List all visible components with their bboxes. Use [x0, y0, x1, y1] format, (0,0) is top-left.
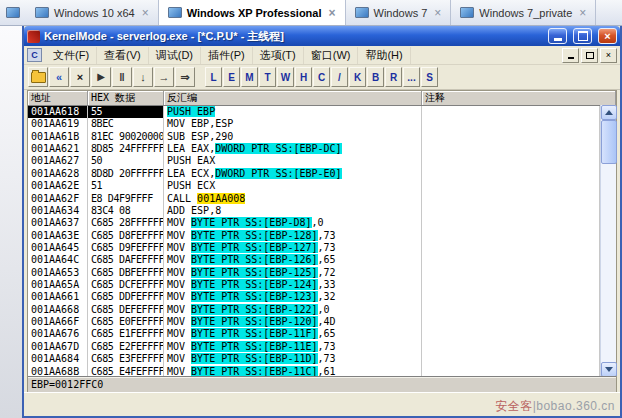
pause-button[interactable]: ‖: [112, 67, 132, 87]
hex-cell: C685 DEFEFFFF: [88, 304, 164, 316]
menu-item[interactable]: 选项(T): [253, 47, 304, 64]
window-letter-button[interactable]: H: [295, 67, 312, 87]
disasm-row[interactable]: 001AA661C685 DDFEFFFFMOV BYTE PTR SS:[EB…: [28, 291, 600, 303]
highlighted-operand: 001AA008: [197, 193, 245, 204]
fullscreen-toggle-button[interactable]: [0, 0, 26, 25]
window-letter-button[interactable]: K: [349, 67, 366, 87]
window-letter-button[interactable]: B: [367, 67, 384, 87]
menu-item[interactable]: 调试(D): [149, 47, 201, 64]
vertical-scrollbar[interactable]: [600, 105, 616, 377]
maximize-button[interactable]: [573, 28, 592, 44]
disasm-text: ,73: [318, 242, 336, 253]
disasm-row[interactable]: 001AA62E51PUSH ECX: [28, 180, 600, 192]
menu-item[interactable]: 窗口(W): [304, 47, 359, 64]
comment-cell: [422, 193, 600, 205]
column-header[interactable]: 反汇编: [164, 91, 422, 105]
highlighted-operand: BYTE PTR SS:[EBP-11E]: [191, 341, 317, 352]
window-letter-button[interactable]: C: [313, 67, 330, 87]
vm-tab[interactable]: Windows 7×: [346, 0, 452, 25]
column-header[interactable]: 地址: [28, 91, 88, 105]
tab-close-icon[interactable]: ×: [579, 7, 586, 19]
disasm-row[interactable]: 001AA63483C4 08ADD ESP,8: [28, 205, 600, 217]
window-letter-button[interactable]: M: [241, 67, 258, 87]
scroll-up-button[interactable]: [601, 105, 617, 120]
disasm-row[interactable]: 001AA61B81EC 90020000SUB ESP,290: [28, 131, 600, 143]
menu-item[interactable]: 查看(V): [97, 47, 149, 64]
disasm-cell: MOV BYTE PTR SS:[EBP-11F],65: [164, 328, 422, 340]
comment-cell: [422, 180, 600, 192]
disasm-row[interactable]: 001AA63EC685 D8FEFFFFMOV BYTE PTR SS:[EB…: [28, 230, 600, 242]
minimize-button[interactable]: [548, 28, 567, 44]
address-cell: 001AA676: [28, 328, 88, 340]
vm-tab[interactable]: Windows 7_private×: [451, 0, 596, 25]
highlighted-operand: DWORD PTR SS:[EBP-DC]: [215, 143, 341, 154]
disasm-row[interactable]: 001AA676C685 E1FEFFFFMOV BYTE PTR SS:[EB…: [28, 328, 600, 340]
menu-item[interactable]: 插件(P): [201, 47, 253, 64]
vm-tab[interactable]: Windows XP Professional×: [159, 0, 346, 25]
disasm-text: MOV: [167, 316, 191, 327]
scrollbar-thumb[interactable]: [601, 120, 617, 164]
close-program-button[interactable]: ×: [70, 67, 90, 87]
disasm-row[interactable]: 001AA653C685 DBFEFFFFMOV BYTE PTR SS:[EB…: [28, 267, 600, 279]
disasm-row[interactable]: 001AA66FC685 E0FEFFFFMOV BYTE PTR SS:[EB…: [28, 316, 600, 328]
disasm-row[interactable]: 001AA6288D8D 20FFFFFFLEA ECX,DWORD PTR S…: [28, 168, 600, 180]
mdi-minimize-button[interactable]: [562, 48, 579, 63]
highlighted-operand: DWORD PTR SS:[EBP-E0]: [215, 168, 341, 179]
column-header[interactable]: HEX 数据: [88, 91, 164, 105]
column-header[interactable]: 注释: [422, 91, 616, 105]
window-letter-button[interactable]: R: [385, 67, 402, 87]
window-letter-button[interactable]: /: [331, 67, 348, 87]
run-button[interactable]: ▶: [91, 67, 111, 87]
close-button[interactable]: ×: [598, 28, 617, 44]
window-letter-button[interactable]: L: [205, 67, 222, 87]
address-cell: 001AA66F: [28, 316, 88, 328]
disasm-row[interactable]: 001AA645C685 D9FEFFFFMOV BYTE PTR SS:[EB…: [28, 242, 600, 254]
tab-close-icon[interactable]: ×: [329, 7, 336, 19]
step-into-button[interactable]: ↓: [133, 67, 153, 87]
hex-cell: 8D8D 20FFFFFF: [88, 168, 164, 180]
disasm-text: MOV: [167, 279, 191, 290]
tab-close-icon[interactable]: ×: [434, 7, 441, 19]
window-letter-button[interactable]: ...: [403, 67, 420, 87]
watermark: 安全客|bobao.360.cn: [495, 398, 615, 415]
disasm-row[interactable]: 001AA67DC685 E2FEFFFFMOV BYTE PTR SS:[EB…: [28, 341, 600, 353]
window-letter-button[interactable]: T: [259, 67, 276, 87]
window-letter-button[interactable]: E: [223, 67, 240, 87]
vm-tab[interactable]: Windows 10 x64×: [26, 0, 159, 25]
disasm-cell: MOV BYTE PTR SS:[EBP-124],33: [164, 279, 422, 291]
open-file-button[interactable]: [28, 67, 48, 87]
disasm-row[interactable]: 001AA6198BECMOV EBP,ESP: [28, 118, 600, 130]
disasm-cell: MOV BYTE PTR SS:[EBP-123],32: [164, 291, 422, 303]
disasm-cell: MOV BYTE PTR SS:[EBP-122],0: [164, 304, 422, 316]
window-letter-label: T: [264, 72, 270, 83]
disasm-row[interactable]: 001AA62FE8 D4F9FFFFCALL 001AA008: [28, 193, 600, 205]
disasm-cell: SUB ESP,290: [164, 131, 422, 143]
window-letter-button[interactable]: S: [421, 67, 438, 87]
disasm-row[interactable]: 001AA64CC685 DAFEFFFFMOV BYTE PTR SS:[EB…: [28, 254, 600, 266]
address-cell: 001AA65A: [28, 279, 88, 291]
disasm-text: SUB ESP,290: [167, 131, 233, 142]
disasm-row[interactable]: 001AA61855PUSH EBP: [28, 106, 600, 118]
restart-button[interactable]: «: [49, 67, 69, 87]
disasm-row[interactable]: 001AA65AC685 DCFEFFFFMOV BYTE PTR SS:[EB…: [28, 279, 600, 291]
disasm-row[interactable]: 001AA62750PUSH EAX: [28, 155, 600, 167]
disasm-row[interactable]: 001AA668C685 DEFEFFFFMOV BYTE PTR SS:[EB…: [28, 304, 600, 316]
highlighted-operand: BYTE PTR SS:[EBP-122]: [191, 304, 317, 315]
disasm-row[interactable]: 001AA684C685 E3FEFFFFMOV BYTE PTR SS:[EB…: [28, 353, 600, 365]
menu-item[interactable]: 文件(F): [46, 47, 97, 64]
mdi-close-button[interactable]: ×: [600, 48, 617, 63]
mdi-restore-button[interactable]: [581, 48, 598, 63]
goto-button[interactable]: ⇒: [175, 67, 195, 87]
scroll-down-button[interactable]: [601, 362, 617, 377]
highlighted-operand: BYTE PTR SS:[EBP-123]: [191, 291, 317, 302]
comment-cell: [422, 217, 600, 229]
step-over-button[interactable]: →: [154, 67, 174, 87]
window-letter-button[interactable]: W: [277, 67, 294, 87]
disasm-row[interactable]: 001AA6218D85 24FFFFFFLEA EAX,DWORD PTR S…: [28, 143, 600, 155]
disasm-row[interactable]: 001AA637C685 28FFFFFFMOV BYTE PTR SS:[EB…: [28, 217, 600, 229]
step-into-icon: ↓: [140, 72, 146, 83]
comment-cell: [422, 230, 600, 242]
menu-item[interactable]: 帮助(H): [358, 47, 410, 64]
title-bar[interactable]: KernelMode - serverlog.exe - [*C.P.U* - …: [24, 26, 620, 46]
tab-close-icon[interactable]: ×: [142, 7, 149, 19]
